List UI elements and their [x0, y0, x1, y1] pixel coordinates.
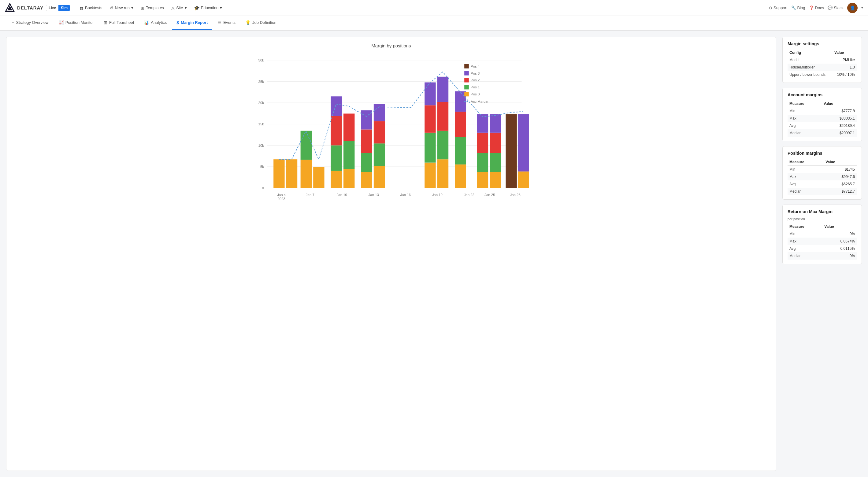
svg-text:Jan 25: Jan 25: [485, 193, 495, 197]
svg-rect-39: [361, 153, 372, 172]
margin-settings-table: Config Value ModelPMLikeHouseMultiplier1…: [787, 49, 857, 78]
svg-rect-66: [505, 114, 517, 188]
account-margins-card: Account margins Measure Value Min$7777.8…: [782, 88, 862, 141]
position-margins-row: Avg$6265.7: [787, 181, 857, 188]
nav-support[interactable]: ⊙ Support: [769, 5, 787, 10]
return-on-max-margin-subtitle: per position: [787, 217, 857, 221]
svg-text:Pos 2: Pos 2: [471, 78, 479, 82]
svg-rect-43: [374, 144, 385, 166]
svg-rect-38: [361, 172, 372, 188]
templates-icon: ⊞: [141, 5, 144, 10]
nav-site[interactable]: △ Site ▾: [168, 4, 190, 12]
svg-rect-63: [490, 153, 501, 172]
tab-full-tearsheet[interactable]: ⊞ Full Tearsheet: [99, 15, 138, 30]
sim-mode[interactable]: Sim: [58, 5, 70, 11]
svg-rect-37: [343, 114, 354, 141]
svg-text:Acc Margin: Acc Margin: [471, 100, 488, 103]
position-margins-title: Position margins: [787, 151, 857, 156]
margin-settings-card: Margin settings Config Value ModelPMLike…: [782, 37, 862, 83]
position-margins-col-measure: Measure: [787, 159, 824, 166]
nav-templates[interactable]: ⊞ Templates: [137, 4, 167, 12]
tab-position-monitor[interactable]: 📈 Position Monitor: [54, 15, 98, 30]
live-mode[interactable]: Live: [46, 5, 58, 11]
margin-report-icon: $: [177, 20, 179, 25]
margin-chart-svg: 0 5k 10k 15k 20k 25k 30k Jan 4 2023 Jan …: [12, 55, 770, 214]
svg-text:Jan 10: Jan 10: [337, 193, 347, 197]
tab-margin-report[interactable]: $ Margin Report: [172, 15, 212, 30]
chart-legend: Pos 4 Pos 3 Pos 2 Pos 1 Pos 0 Acc Margin: [464, 64, 488, 103]
chart-area: 0 5k 10k 15k 20k 25k 30k Jan 4 2023 Jan …: [12, 55, 770, 214]
tab-strategy-overview[interactable]: ⌂ Strategy Overview: [7, 15, 53, 30]
sub-navigation: ⌂ Strategy Overview 📈 Position Monitor ⊞…: [0, 16, 868, 31]
nav-education[interactable]: 🎓 Education ▾: [191, 4, 225, 12]
nav-backtests[interactable]: ▦ Backtests: [76, 4, 105, 12]
margin-settings-row: HouseMultiplier1.0: [787, 64, 857, 71]
tab-job-definition[interactable]: 💡 Job Definition: [241, 15, 281, 30]
tab-analytics[interactable]: 📊 Analytics: [140, 15, 171, 30]
svg-text:10k: 10k: [258, 144, 264, 148]
svg-rect-48: [425, 105, 436, 132]
svg-rect-60: [477, 133, 488, 153]
position-margins-row: Min$1745: [787, 166, 857, 173]
user-avatar[interactable]: 👤: [847, 3, 858, 13]
svg-rect-30: [313, 167, 324, 188]
nav-docs[interactable]: ❓ Docs: [809, 5, 824, 10]
backtests-icon: ▦: [80, 5, 84, 10]
tab-events[interactable]: ☰ Events: [213, 15, 240, 30]
svg-rect-28: [301, 160, 312, 188]
live-sim-toggle[interactable]: Live Sim: [46, 5, 70, 11]
logo-area[interactable]: DELTARAY Live Sim: [5, 3, 70, 13]
blog-icon: 🔧: [791, 5, 796, 10]
avatar-chevron: ▾: [861, 6, 863, 10]
svg-text:25k: 25k: [258, 80, 264, 84]
svg-rect-33: [331, 116, 342, 146]
svg-rect-45: [374, 104, 385, 121]
support-icon: ⊙: [769, 5, 772, 10]
job-definition-icon: 💡: [245, 20, 250, 25]
svg-rect-27: [286, 159, 297, 188]
svg-rect-26: [273, 159, 284, 188]
svg-text:Pos 0: Pos 0: [471, 92, 479, 96]
nav-blog[interactable]: 🔧 Blog: [791, 5, 805, 10]
account-margins-col-value: Value: [822, 100, 857, 107]
svg-rect-34: [331, 96, 342, 116]
svg-text:5k: 5k: [260, 165, 264, 168]
nav-new-run[interactable]: ↺ New run ▾: [106, 4, 136, 12]
svg-rect-58: [477, 172, 488, 188]
account-margins-col-measure: Measure: [787, 100, 822, 107]
events-icon: ☰: [217, 20, 221, 25]
svg-rect-55: [455, 137, 466, 164]
svg-rect-47: [425, 133, 436, 163]
svg-text:Jan 4: Jan 4: [277, 193, 286, 197]
margin-settings-col-config: Config: [787, 49, 833, 56]
svg-text:Pos 3: Pos 3: [471, 71, 479, 75]
svg-text:0: 0: [262, 186, 264, 190]
return-on-max-margin-row: Min0%: [787, 230, 857, 238]
account-margins-title: Account margins: [787, 92, 857, 97]
position-margins-col-value: Value: [824, 159, 857, 166]
main-content: Margin by positions 0 5k 10k 15k 20k 25k…: [0, 31, 868, 477]
docs-icon: ❓: [809, 5, 814, 10]
return-on-max-margin-card: Return on Max Margin per position Measur…: [782, 204, 862, 264]
account-margins-row: Median$20997.1: [787, 129, 857, 137]
svg-text:Jan 22: Jan 22: [464, 193, 474, 197]
nav-slack[interactable]: 💬 Slack: [828, 5, 843, 10]
svg-rect-56: [455, 112, 466, 137]
education-icon: 🎓: [194, 5, 199, 10]
position-margins-row: Median$7712.7: [787, 188, 857, 195]
nav-items: ▦ Backtests ↺ New run ▾ ⊞ Templates △ Si…: [76, 4, 767, 12]
svg-rect-50: [437, 159, 448, 188]
svg-rect-53: [437, 77, 448, 102]
svg-text:Jan 7: Jan 7: [306, 193, 314, 197]
svg-rect-36: [343, 141, 354, 169]
site-icon: △: [171, 5, 175, 10]
svg-rect-75: [464, 85, 469, 90]
account-margins-row: Min$7777.8: [787, 107, 857, 115]
position-margins-card: Position margins Measure Value Min$1745M…: [782, 146, 862, 200]
slack-icon: 💬: [828, 5, 833, 10]
margin-settings-title: Margin settings: [787, 41, 857, 46]
svg-text:Pos 1: Pos 1: [471, 85, 479, 89]
education-chevron: ▾: [220, 5, 222, 10]
svg-rect-51: [437, 131, 448, 160]
svg-rect-59: [477, 153, 488, 172]
